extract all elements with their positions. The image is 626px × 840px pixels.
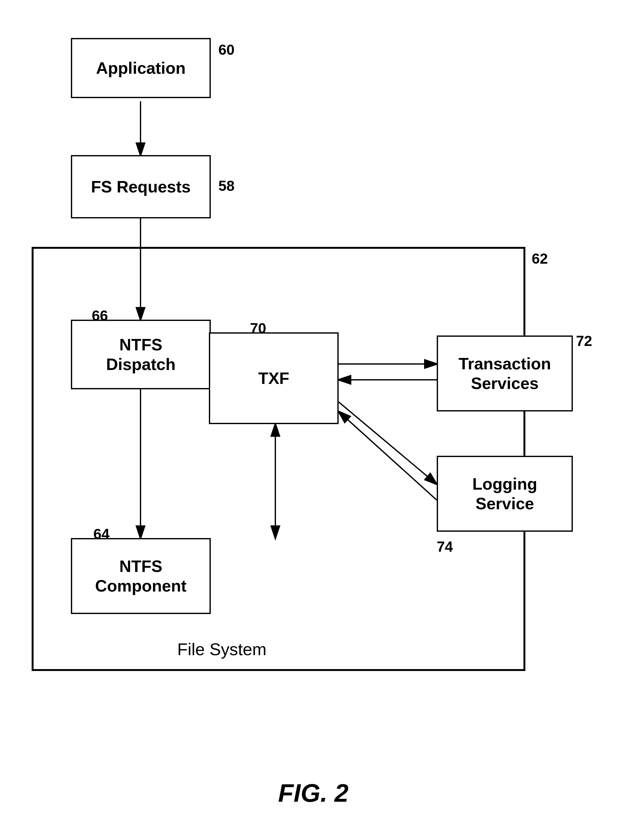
ref-64: 64 — [93, 526, 110, 543]
ref-70: 70 — [250, 320, 266, 337]
ntfs-component-box: NTFS Component — [71, 538, 211, 614]
ref-60: 60 — [218, 41, 235, 58]
application-box: Application — [71, 38, 211, 98]
fs-requests-box: FS Requests — [71, 155, 211, 218]
ref-66: 66 — [92, 307, 108, 324]
ref-58: 58 — [218, 177, 235, 194]
ntfs-dispatch-box: NTFS Dispatch — [71, 320, 211, 389]
transaction-services-box: Transaction Services — [437, 335, 573, 411]
diagram-container: Application 60 FS Requests 58 62 NTFS Di… — [0, 0, 626, 840]
logging-service-box: Logging Service — [437, 456, 573, 532]
ref-72: 72 — [576, 332, 592, 349]
ref-62: 62 — [532, 250, 548, 267]
ref-74: 74 — [437, 538, 453, 555]
txf-box: TXF — [209, 332, 339, 424]
figure-caption: FIG. 2 — [222, 779, 405, 808]
file-system-label: File System — [177, 639, 266, 659]
